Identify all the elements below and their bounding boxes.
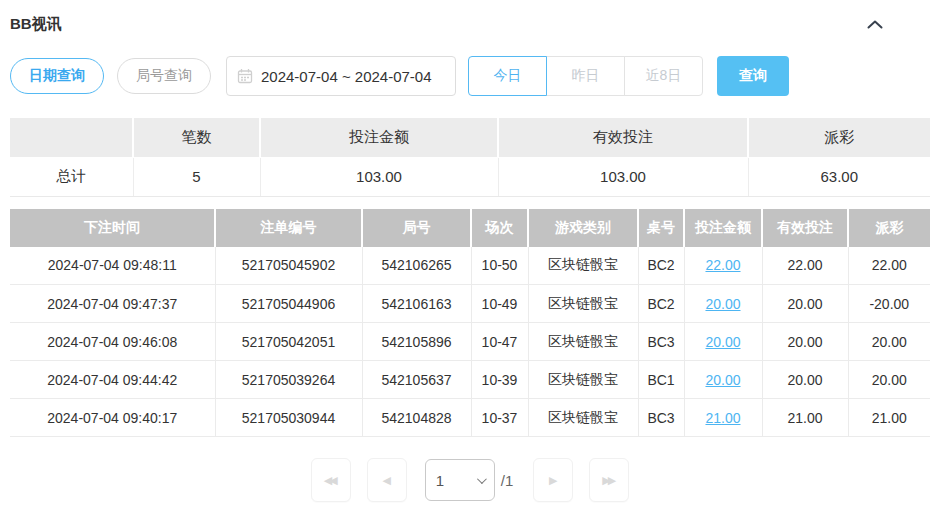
cell-payout: 21.00 <box>848 399 930 437</box>
cell-bet-id: 521705045902 <box>215 247 362 285</box>
prev-page-button[interactable]: ◀ <box>367 458 407 502</box>
col-bet-id: 注单编号 <box>215 209 362 247</box>
panel-header: BB视讯 <box>10 12 930 36</box>
date-range-input[interactable]: 2024-07-04 ~ 2024-07-04 <box>226 56 456 96</box>
cell-payout: 22.00 <box>848 247 930 285</box>
date-range-value: 2024-07-04 ~ 2024-07-04 <box>261 68 432 85</box>
bet-amount-link[interactable]: 20.00 <box>705 372 740 388</box>
col-game-type: 游戏类别 <box>528 209 638 247</box>
page-total-label: /1 <box>501 472 514 489</box>
cell-game-type: 区块链骰宝 <box>528 247 638 285</box>
summary-header-payout: 派彩 <box>748 118 930 157</box>
search-button[interactable]: 查询 <box>717 56 789 96</box>
cell-payout: -20.00 <box>848 285 930 323</box>
table-row: 2024-07-04 09:44:42 521705039264 5421056… <box>10 361 930 399</box>
collapse-button[interactable] <box>860 13 890 35</box>
cell-bet-time: 2024-07-04 09:40:17 <box>10 399 215 437</box>
cell-session: 10-49 <box>471 285 528 323</box>
summary-table: 笔数 投注金额 有效投注 派彩 总计 5 103.00 103.00 63.00 <box>10 118 930 197</box>
tab-round-query[interactable]: 局号查询 <box>117 58 211 94</box>
summary-total-payout: 63.00 <box>748 157 930 196</box>
next-page-button[interactable]: ▶ <box>533 458 573 502</box>
chevron-up-icon <box>867 20 883 29</box>
cell-table-no: BC3 <box>638 323 684 361</box>
cell-valid-bet: 22.00 <box>762 247 848 285</box>
range-yesterday-button[interactable]: 昨日 <box>546 56 625 96</box>
bet-amount-link[interactable]: 22.00 <box>705 257 740 273</box>
cell-game-type: 区块链骰宝 <box>528 399 638 437</box>
cell-bet-time: 2024-07-04 09:44:42 <box>10 361 215 399</box>
bet-records-table: 下注时间 注单编号 局号 场次 游戏类别 桌号 投注金额 有效投注 派彩 202… <box>10 209 930 438</box>
summary-header-count: 笔数 <box>133 118 260 157</box>
bet-amount-link[interactable]: 20.00 <box>705 296 740 312</box>
cell-session: 10-39 <box>471 361 528 399</box>
cell-payout: 20.00 <box>848 361 930 399</box>
last-page-button[interactable]: ▶▶ <box>589 458 629 502</box>
page-select[interactable]: 1 <box>425 459 495 501</box>
cell-round-id: 542106163 <box>362 285 471 323</box>
cell-bet-id: 521705039264 <box>215 361 362 399</box>
right-arrow-icon: ▶ <box>549 474 554 487</box>
table-row: 2024-07-04 09:40:17 521705030944 5421048… <box>10 399 930 437</box>
summary-header-empty <box>10 118 133 157</box>
cell-valid-bet: 21.00 <box>762 399 848 437</box>
cell-valid-bet: 20.00 <box>762 285 848 323</box>
cell-bet-id: 521705030944 <box>215 399 362 437</box>
cell-bet-id: 521705042051 <box>215 323 362 361</box>
first-page-button[interactable]: ◀◀ <box>311 458 351 502</box>
cell-valid-bet: 20.00 <box>762 323 848 361</box>
tab-date-query[interactable]: 日期查询 <box>10 58 104 94</box>
col-payout: 派彩 <box>848 209 930 247</box>
col-bet-amount: 投注金额 <box>684 209 762 247</box>
cell-bet-time: 2024-07-04 09:46:08 <box>10 323 215 361</box>
page-select-value: 1 <box>436 472 477 489</box>
summary-header-valid-bet: 有效投注 <box>498 118 748 157</box>
double-right-arrow-icon: ▶▶ <box>602 474 613 487</box>
summary-total-valid-bet: 103.00 <box>498 157 748 196</box>
cell-table-no: BC3 <box>638 399 684 437</box>
cell-session: 10-47 <box>471 323 528 361</box>
summary-total-bet-amount: 103.00 <box>260 157 498 196</box>
bet-amount-link[interactable]: 21.00 <box>705 410 740 426</box>
filter-toolbar: 日期查询 局号查询 2024-07-04 ~ 2024-07-04 今日 昨日 … <box>10 56 930 96</box>
col-bet-time: 下注时间 <box>10 209 215 247</box>
summary-header-bet-amount: 投注金额 <box>260 118 498 157</box>
cell-round-id: 542105637 <box>362 361 471 399</box>
summary-total-row: 总计 5 103.00 103.00 63.00 <box>10 157 930 196</box>
double-left-arrow-icon: ◀◀ <box>324 474 335 487</box>
bet-amount-link[interactable]: 20.00 <box>705 334 740 350</box>
summary-total-count: 5 <box>133 157 260 196</box>
cell-table-no: BC2 <box>638 247 684 285</box>
bb-video-panel: BB视讯 日期查询 局号查询 2024-07-04 ~ 2024-07-04 <box>0 0 940 515</box>
cell-round-id: 542105896 <box>362 323 471 361</box>
cell-round-id: 542106265 <box>362 247 471 285</box>
pagination: ◀◀ ◀ 1 /1 ▶ ▶▶ <box>10 458 930 502</box>
summary-header-row: 笔数 投注金额 有效投注 派彩 <box>10 118 930 157</box>
table-row: 2024-07-04 09:46:08 521705042051 5421058… <box>10 323 930 361</box>
col-session: 场次 <box>471 209 528 247</box>
cell-session: 10-50 <box>471 247 528 285</box>
cell-table-no: BC1 <box>638 361 684 399</box>
left-arrow-icon: ◀ <box>383 474 388 487</box>
cell-bet-time: 2024-07-04 09:48:11 <box>10 247 215 285</box>
cell-bet-time: 2024-07-04 09:47:37 <box>10 285 215 323</box>
quick-range-group: 今日 昨日 近8日 <box>468 56 703 96</box>
col-table-no: 桌号 <box>638 209 684 247</box>
chevron-down-icon <box>477 474 487 484</box>
cell-game-type: 区块链骰宝 <box>528 285 638 323</box>
cell-round-id: 542104828 <box>362 399 471 437</box>
cell-bet-id: 521705044906 <box>215 285 362 323</box>
panel-title: BB视讯 <box>10 15 62 34</box>
summary-total-label: 总计 <box>10 157 133 196</box>
range-today-button[interactable]: 今日 <box>468 56 547 96</box>
cell-game-type: 区块链骰宝 <box>528 361 638 399</box>
table-header-row: 下注时间 注单编号 局号 场次 游戏类别 桌号 投注金额 有效投注 派彩 <box>10 209 930 247</box>
cell-table-no: BC2 <box>638 285 684 323</box>
table-row: 2024-07-04 09:47:37 521705044906 5421061… <box>10 285 930 323</box>
col-round-id: 局号 <box>362 209 471 247</box>
calendar-icon <box>237 68 253 84</box>
range-last8days-button[interactable]: 近8日 <box>624 56 703 96</box>
cell-session: 10-37 <box>471 399 528 437</box>
col-valid-bet: 有效投注 <box>762 209 848 247</box>
cell-game-type: 区块链骰宝 <box>528 323 638 361</box>
